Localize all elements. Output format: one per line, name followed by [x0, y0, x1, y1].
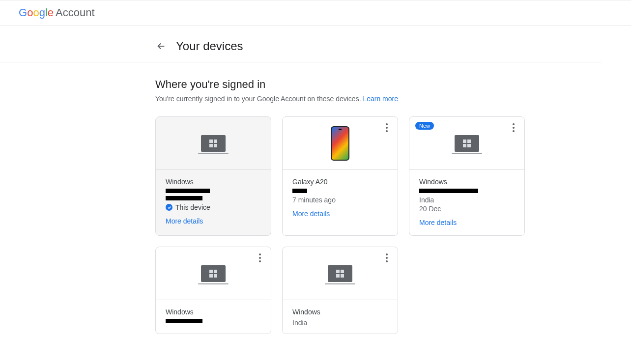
page-title: Your devices: [176, 39, 243, 53]
content-area: Where you're signed in You're currently …: [0, 62, 631, 334]
device-card[interactable]: Windows India: [282, 247, 398, 334]
laptop-icon: [201, 135, 226, 152]
device-card-body: Windows This device More details: [156, 170, 271, 234]
new-badge: New: [415, 122, 434, 130]
brand-account-label: Account: [56, 6, 95, 19]
this-device-indicator: This device: [166, 203, 261, 211]
device-thumbnail: [283, 117, 398, 170]
device-name: Windows: [419, 178, 515, 186]
device-name: Galaxy A20: [292, 178, 388, 186]
page-header: Your devices: [0, 26, 602, 62]
device-card-body: Galaxy A20 7 minutes ago More details: [283, 170, 398, 226]
laptop-icon: [328, 265, 352, 282]
device-card[interactable]: New Windows India 20 Dec More details: [409, 116, 525, 236]
device-thumbnail: New: [409, 117, 524, 170]
section-title: Where you're signed in: [155, 78, 602, 91]
device-card[interactable]: Galaxy A20 7 minutes ago More details: [282, 116, 398, 236]
redacted-text: [166, 189, 210, 193]
more-details-link[interactable]: More details: [419, 219, 515, 226]
device-card-body: Windows India 20 Dec More details: [409, 170, 524, 235]
this-device-label: This device: [175, 203, 210, 211]
section-subtitle-text: You're currently signed in to your Googl…: [155, 95, 363, 103]
device-card-body: Windows: [156, 300, 271, 334]
device-name: Windows: [166, 308, 261, 316]
device-thumbnail: [156, 117, 271, 170]
kebab-menu-icon[interactable]: [509, 123, 518, 133]
device-card[interactable]: Windows: [155, 247, 271, 334]
topbar: Google Account: [0, 0, 631, 26]
redacted-text: [166, 319, 202, 323]
section-subtitle: You're currently signed in to your Googl…: [155, 95, 602, 103]
device-thumbnail: [283, 247, 398, 300]
device-info-line: 7 minutes ago: [292, 196, 388, 204]
device-name: Windows: [166, 178, 261, 186]
laptop-icon: [455, 135, 479, 152]
more-details-link[interactable]: More details: [292, 210, 388, 218]
kebab-menu-icon[interactable]: [255, 253, 265, 263]
more-details-link[interactable]: More details: [166, 217, 261, 225]
phone-icon: [331, 126, 349, 161]
kebab-menu-icon[interactable]: [382, 253, 392, 263]
device-thumbnail: [156, 247, 271, 300]
device-info-line: India: [419, 196, 515, 204]
redacted-text: [292, 189, 307, 193]
devices-grid: Windows This device More details Galaxy …: [155, 116, 602, 334]
device-card-body: Windows India: [283, 300, 398, 334]
kebab-menu-icon[interactable]: [382, 123, 392, 133]
learn-more-link[interactable]: Learn more: [363, 95, 398, 103]
laptop-icon: [201, 265, 226, 282]
device-name: Windows: [292, 308, 388, 316]
device-info-line: India: [292, 319, 388, 327]
back-arrow-icon[interactable]: [155, 40, 167, 52]
device-info-line: 20 Dec: [419, 205, 515, 213]
redacted-text: [166, 196, 202, 200]
google-account-logo[interactable]: Google Account: [19, 6, 95, 19]
check-icon: [166, 204, 172, 211]
device-card[interactable]: Windows This device More details: [155, 116, 271, 236]
redacted-text: [419, 189, 478, 193]
